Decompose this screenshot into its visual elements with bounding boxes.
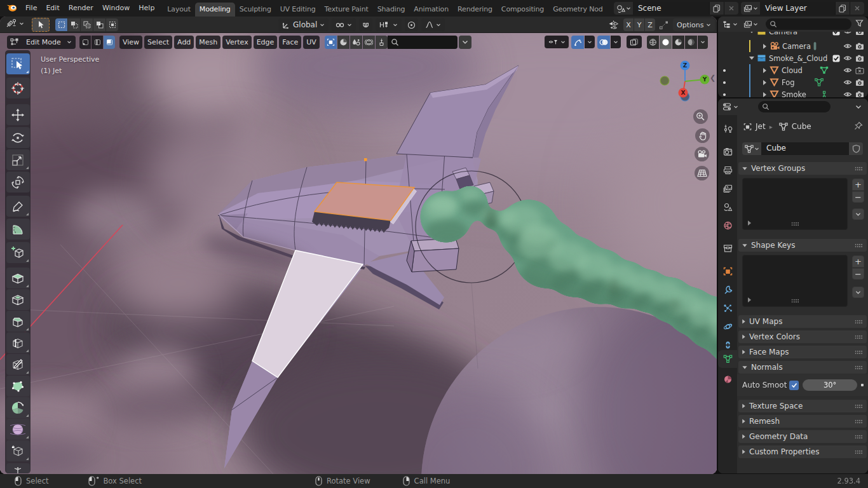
tool-knife[interactable] [6,354,30,375]
tab-layout[interactable]: Layout [163,3,195,17]
properties-tab-physics[interactable] [718,318,737,336]
tool-bevel[interactable] [6,311,30,332]
shading-wireframe[interactable] [647,36,659,49]
panel-texture-space[interactable]: Texture Space [738,400,867,412]
tool-spin[interactable] [6,397,30,418]
tool-inset-faces[interactable] [6,289,30,310]
zoom-button[interactable] [693,109,708,124]
collection-checkbox[interactable] [832,55,840,62]
shading-solid[interactable] [660,36,672,49]
shading-dropdown[interactable] [698,36,708,49]
scene-icon[interactable] [614,2,633,15]
outliner-row-camera-collection[interactable]: Camera [718,32,868,37]
expand-toggle[interactable] [761,92,768,97]
header-collapse-dropdown[interactable] [459,36,471,49]
panel-remesh[interactable]: Remesh [738,415,867,428]
expand-toggle[interactable] [749,32,755,33]
disable-render-toggle[interactable] [855,67,864,74]
snap-toggle[interactable] [359,18,372,31]
panel-vertex-colors[interactable]: Vertex Colors [738,330,867,343]
menu-file[interactable]: File [21,0,41,17]
scene-copy-button[interactable] [710,2,724,15]
select-mode-intersect[interactable] [106,18,118,31]
select-mode-set[interactable] [55,18,67,31]
properties-tab-object-data[interactable] [718,350,737,368]
tool-move[interactable] [6,104,30,125]
panel-shape-keys[interactable]: Shape Keys [738,239,867,252]
breadcrumb-data-icon[interactable] [779,123,788,131]
properties-search-input[interactable] [758,101,831,112]
shape-keys-list[interactable] [742,255,848,307]
menu-select[interactable]: Select [144,36,172,49]
strip-tool-tab[interactable] [376,36,388,49]
properties-options-dropdown[interactable] [851,102,865,111]
shape-key-remove-button[interactable]: − [852,268,864,280]
outliner-display-mode-dropdown[interactable] [721,20,740,29]
gizmos-toggle[interactable] [571,36,584,49]
tool-cursor[interactable] [6,78,30,98]
properties-tab-modifiers[interactable] [718,281,737,299]
active-tool-select-box[interactable] [32,18,50,32]
menu-window[interactable]: Window [98,0,134,17]
hide-viewport-toggle[interactable] [843,91,852,97]
select-mode-subtract[interactable] [81,18,93,31]
properties-tab-tool[interactable] [718,119,737,137]
vertex-group-add-button[interactable]: + [852,179,864,191]
mirror-x-toggle[interactable]: X [623,18,634,31]
tool-loop-cut[interactable] [6,332,30,353]
menu-help[interactable]: Help [134,0,159,17]
vertex-select-mode[interactable] [79,36,91,49]
hide-viewport-toggle[interactable] [843,32,852,35]
pin-id-button[interactable] [854,121,863,130]
vertex-group-specials-dropdown[interactable] [852,208,864,220]
disable-render-toggle[interactable] [855,91,864,98]
tool-annotate[interactable] [6,196,30,217]
tab-shading[interactable]: Shading [373,3,410,17]
properties-tab-world[interactable] [718,217,737,234]
sidebar-collapse-arrow[interactable]: ❮ [710,74,715,82]
view-layer-icon[interactable] [741,2,760,15]
panel-vertex-groups[interactable]: Vertex Groups [738,162,867,175]
outliner-filter-icon[interactable] [853,19,865,29]
mesh-name-field[interactable]: Cube [761,142,849,155]
properties-tab-view-layer[interactable] [718,180,737,198]
snap-base-icon[interactable] [659,20,669,30]
properties-tab-particles[interactable] [718,299,737,317]
menu-uv[interactable]: UV [303,36,320,49]
snap-with-dropdown[interactable] [376,18,402,31]
panel-custom-properties[interactable]: Custom Properties [738,445,867,458]
menu-view[interactable]: View [119,36,142,49]
hide-viewport-toggle[interactable] [843,67,852,74]
face-select-mode[interactable] [104,36,115,49]
properties-tab-render[interactable] [718,143,737,161]
disable-render-toggle[interactable] [855,79,864,86]
view-layer-copy-button[interactable] [836,2,850,15]
tool-select-box[interactable] [6,53,30,74]
pan-button[interactable] [695,128,710,143]
expand-toggle[interactable] [761,80,768,85]
auto-smooth-checkbox[interactable] [789,381,799,390]
properties-tab-scene[interactable] [718,198,737,216]
tab-compositing[interactable]: Compositing [497,3,548,17]
panel-normals[interactable]: Normals [738,361,867,374]
tab-rendering[interactable]: Rendering [453,3,497,17]
visibility-dropdown[interactable] [545,36,569,48]
view-layer-name[interactable]: View Layer [760,2,835,15]
outliner-row-cloud[interactable]: Cloud [718,64,868,76]
panel-face-maps[interactable]: Face Maps [738,346,867,358]
view-layer-remove-button[interactable] [850,2,864,15]
shading-rendered[interactable] [685,36,697,49]
select-mode-invert[interactable] [93,18,105,31]
hide-viewport-toggle[interactable] [843,79,852,86]
breadcrumb-data[interactable]: Cube [792,122,811,131]
menu-vertex[interactable]: Vertex [222,36,251,49]
menu-render[interactable]: Render [64,0,98,17]
tab-geometry-nodes[interactable]: Geometry Nod [548,3,607,17]
scene-unlink-button[interactable] [724,2,738,15]
properties-tab-material[interactable] [718,370,737,388]
expand-toggle[interactable] [761,68,768,73]
shading-material[interactable] [672,36,684,49]
menu-mesh[interactable]: Mesh [196,36,220,49]
proportional-falloff-dropdown[interactable] [421,18,445,31]
tab-modeling[interactable]: Modeling [195,3,235,17]
